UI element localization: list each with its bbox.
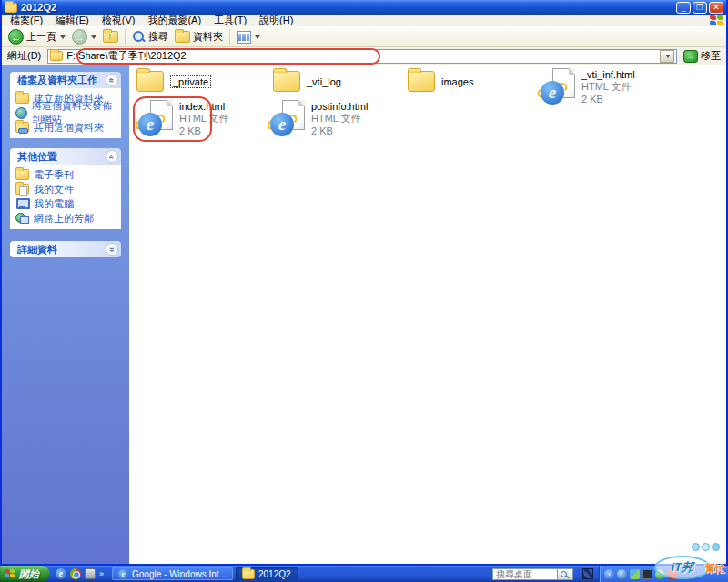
forward-dropdown-icon[interactable] — [91, 35, 96, 39]
taskbar-button-2012q2[interactable]: 2012Q2 — [236, 567, 298, 580]
views-button[interactable] — [235, 31, 262, 44]
file-name[interactable]: images — [441, 76, 473, 87]
sidebar-item-my-documents[interactable]: 我的文件 — [15, 184, 117, 195]
start-button[interactable]: 開始 — [0, 566, 50, 582]
address-folder-icon — [50, 51, 63, 61]
messenger-icon[interactable] — [630, 569, 640, 579]
file-name[interactable]: postinfo.html — [311, 101, 368, 113]
chevron-up-icon[interactable]: « — [106, 150, 118, 163]
menu-edit[interactable]: 編輯(E) — [49, 14, 96, 27]
back-label: 上一頁 — [26, 30, 56, 44]
sidebar-item-my-computer[interactable]: 我的電腦 — [15, 198, 117, 209]
start-label: 開始 — [19, 567, 39, 581]
address-label: 網址(D) — [5, 49, 44, 63]
panel-file-folder-tasks-header[interactable]: 檔案及資料夾工作 « — [10, 72, 121, 88]
up-button[interactable]: ↑ — [101, 31, 120, 43]
hide-icons-chevron-icon[interactable]: ‹ — [604, 569, 614, 579]
explorer-window: 2012Q2 _ ❐ ✕ 檔案(F) 編輯(E) 檢視(V) 我的最愛(A) 工… — [0, 0, 728, 566]
taskbar: 開始 e » e Google - Windows Int... 2012Q2 … — [0, 566, 728, 582]
watermark-text-2: 幫忙 — [705, 562, 725, 576]
folders-button[interactable]: 資料夾 — [173, 30, 225, 44]
folder-icon — [273, 71, 300, 92]
minimize-button[interactable]: _ — [676, 2, 691, 14]
desktop-search-input[interactable] — [492, 568, 558, 580]
back-icon: ← — [8, 29, 24, 45]
file-type: HTML 文件 — [581, 81, 635, 93]
back-button[interactable]: ← 上一頁 — [6, 29, 67, 45]
file-tile-vti-log[interactable]: _vti_log — [273, 71, 341, 92]
views-icon — [237, 31, 251, 44]
search-orb-icon[interactable] — [617, 569, 627, 579]
network-icon — [15, 213, 29, 224]
taskbar-button-google[interactable]: e Google - Windows Int... — [112, 567, 233, 580]
panel-file-folder-tasks: 檔案及資料夾工作 « 建立新的資料夾 將這個資料夾發佈到網站 — [10, 72, 121, 138]
sidebar-item-share-folder[interactable]: 共用這個資料夾 — [15, 122, 117, 133]
toolbar-separator-2 — [229, 29, 230, 45]
file-name[interactable]: _vti_log — [307, 76, 341, 87]
html-file-icon: e — [270, 100, 305, 136]
globe-icon — [15, 107, 27, 119]
folders-icon — [175, 31, 190, 43]
file-tile-private[interactable]: _private — [136, 71, 211, 92]
up-arrow-glyph: ↑ — [107, 31, 113, 41]
ie-icon: e — [118, 569, 128, 579]
sidebar-item-network-places[interactable]: 網路上的芳鄰 — [15, 213, 117, 224]
panel-file-folder-tasks-body: 建立新的資料夾 將這個資料夾發佈到網站 共用這個資料夾 — [10, 88, 121, 138]
watermark-ellipse: iT邦 — [654, 556, 711, 579]
folder-icon — [15, 169, 29, 180]
back-dropdown-icon[interactable] — [60, 35, 66, 39]
views-dropdown-icon[interactable] — [255, 35, 260, 39]
file-tile-postinfo[interactable]: e postinfo.html HTML 文件 2 KB — [270, 100, 368, 137]
address-dropdown-button[interactable] — [660, 50, 674, 63]
quick-launch-bar: e » — [50, 568, 109, 579]
menu-tools[interactable]: 工具(T) — [207, 14, 253, 27]
quick-launch-chrome-icon[interactable] — [70, 568, 81, 579]
menu-view[interactable]: 檢視(V) — [96, 14, 142, 27]
computer-icon — [15, 198, 29, 209]
file-list-area[interactable]: _private _vti_log images e — [129, 65, 726, 564]
folder-icon — [408, 71, 435, 92]
panel-other-places-header[interactable]: 其他位置 « — [10, 148, 121, 165]
menu-help[interactable]: 說明(H) — [253, 14, 299, 27]
menu-favorites[interactable]: 我的最愛(A) — [141, 14, 207, 27]
quick-launch-app-icon[interactable] — [85, 568, 96, 579]
search-label: 搜尋 — [148, 30, 168, 44]
search-icon — [132, 30, 146, 44]
file-tile-images[interactable]: images — [408, 71, 473, 92]
file-name[interactable]: _vti_inf.html — [581, 69, 635, 81]
forward-button[interactable]: → — [70, 29, 98, 45]
file-size: 2 KB — [311, 125, 368, 137]
chevron-down-icon[interactable]: « — [106, 243, 118, 256]
task-pane-sidebar: 檔案及資料夾工作 « 建立新的資料夾 將這個資料夾發佈到網站 — [2, 65, 129, 564]
window-title: 2012Q2 — [21, 2, 672, 13]
annotation-address-path — [76, 48, 380, 65]
quick-launch-ie-icon[interactable]: e — [56, 568, 66, 579]
caption-buttons: _ ❐ ✕ — [676, 2, 723, 14]
search-button[interactable]: 搜尋 — [130, 30, 170, 44]
display-settings-icon[interactable] — [642, 569, 652, 579]
file-name[interactable]: _private — [170, 75, 211, 88]
file-tile-vti-inf[interactable]: e _vti_inf.html HTML 文件 2 KB — [541, 68, 635, 105]
sidebar-item-publish-web[interactable]: 將這個資料夾發佈到網站 — [15, 107, 117, 118]
desktop-search-deskbar — [492, 568, 573, 580]
quick-launch-overflow[interactable]: » — [99, 569, 104, 578]
windows-flag-icon — [5, 569, 15, 579]
desktop-search-button[interactable] — [558, 568, 573, 580]
sidebar-item-label: 我的文件 — [34, 183, 74, 196]
restore-button[interactable]: ❐ — [693, 2, 707, 14]
title-bar[interactable]: 2012Q2 _ ❐ ✕ — [2, 0, 726, 15]
task-label: 2012Q2 — [258, 569, 291, 579]
desktop-screen: 2012Q2 _ ❐ ✕ 檔案(F) 編輯(E) 檢視(V) 我的最愛(A) 工… — [0, 0, 728, 582]
close-button[interactable]: ✕ — [709, 2, 723, 14]
sidebar-item-parent-folder[interactable]: 電子季刊 — [15, 169, 117, 180]
up-folder-icon: ↑ — [103, 31, 118, 43]
ime-indicator-icon[interactable] — [582, 568, 593, 579]
folder-icon — [242, 569, 255, 579]
panel-title: 詳細資料 — [17, 243, 57, 256]
chevron-up-icon[interactable]: « — [106, 74, 118, 86]
menu-file[interactable]: 檔案(F) — [4, 14, 49, 27]
panel-details: 詳細資料 « — [10, 241, 121, 257]
panel-details-header[interactable]: 詳細資料 « — [10, 241, 121, 257]
sidebar-item-label: 共用這個資料夾 — [34, 121, 104, 135]
go-button[interactable]: → 移至 — [681, 49, 723, 63]
